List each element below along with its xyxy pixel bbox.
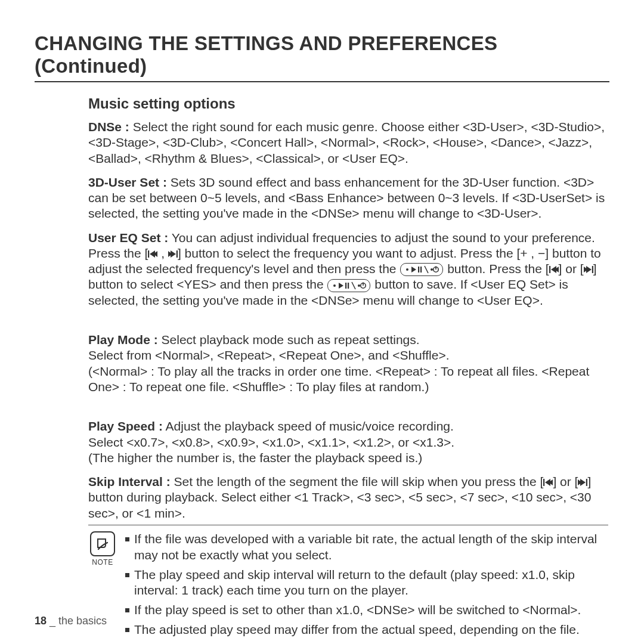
play-pause-power-button-icon xyxy=(327,279,370,292)
separator-rule xyxy=(88,525,608,525)
bullet-icon xyxy=(125,608,129,612)
text-play-mode: Select playback mode such as repeat sett… xyxy=(88,333,589,394)
label-play-speed: Play Speed : xyxy=(88,419,163,433)
text-user-eq-2: ] button to select the frequency you wan… xyxy=(178,246,520,260)
footer-sep: _ xyxy=(47,615,58,627)
svg-marker-32 xyxy=(580,479,586,486)
text-dnse: Select the right sound for each music ge… xyxy=(88,120,605,165)
manual-page: CHANGING THE SETTINGS AND PREFERENCES (C… xyxy=(0,0,644,644)
note-list: If the file was developed with a variabl… xyxy=(125,531,608,642)
next-track-icon xyxy=(578,478,587,487)
page-title: CHANGING THE SETTINGS AND PREFERENCES (C… xyxy=(35,32,609,78)
play-pause-power-button-icon xyxy=(400,263,443,276)
note-icon xyxy=(90,531,115,556)
para-3d-user-set: 3D-User Set : Sets 3D sound effect and b… xyxy=(88,175,608,222)
content: Music setting options DNSe : Select the … xyxy=(88,95,608,642)
para-skip-interval: Skip Interval : Set the length of the se… xyxy=(88,474,608,521)
svg-rect-9 xyxy=(420,267,422,273)
label-skip-interval: Skip Interval : xyxy=(88,475,171,488)
bullet-icon xyxy=(125,628,129,632)
svg-point-11 xyxy=(431,268,433,271)
note-label: NOTE xyxy=(88,558,117,566)
svg-rect-23 xyxy=(348,283,349,289)
para-dnse: DNSe : Select the right sound for each m… xyxy=(88,119,608,166)
text-user-eq-4: button. Press the [ xyxy=(444,262,549,275)
previous-track-icon xyxy=(543,478,553,487)
svg-rect-14 xyxy=(549,266,550,273)
label-user-eq-set: User EQ Set : xyxy=(88,231,168,244)
svg-line-10 xyxy=(425,266,428,273)
svg-rect-0 xyxy=(148,250,149,258)
svg-point-6 xyxy=(406,268,408,271)
svg-rect-28 xyxy=(543,479,544,486)
svg-marker-18 xyxy=(586,266,592,273)
bullet-icon xyxy=(125,573,129,577)
note-item: The adjusted play speed may differ from … xyxy=(125,622,608,638)
svg-line-24 xyxy=(352,282,355,289)
note-text: The play speed and skip interval will re… xyxy=(134,567,608,599)
note-text: If the file was developed with a variabl… xyxy=(134,531,608,564)
note-block: NOTE If the file was developed with a va… xyxy=(88,531,608,642)
label-dnse: DNSe : xyxy=(88,120,129,134)
bullet-icon xyxy=(125,537,129,541)
section-subtitle: Music setting options xyxy=(88,95,608,112)
sep-prev-next: , xyxy=(157,246,168,260)
next-track-icon xyxy=(584,265,593,274)
svg-point-25 xyxy=(358,284,360,287)
svg-marker-21 xyxy=(339,283,343,289)
para-user-eq-set: User EQ Set : You can adjust individual … xyxy=(88,230,608,308)
text-skip-or: ] or [ xyxy=(553,475,578,488)
svg-rect-22 xyxy=(345,283,346,289)
previous-track-icon xyxy=(148,250,157,258)
label-play-mode: Play Mode : xyxy=(88,333,158,346)
footer-section: the basics xyxy=(58,615,107,627)
title-rule xyxy=(35,81,609,82)
next-track-icon xyxy=(168,250,178,258)
text-skip-1: Set the length of the segment the file w… xyxy=(171,475,544,488)
para-play-speed: Play Speed : Adjust the playback speed o… xyxy=(88,403,608,466)
svg-rect-8 xyxy=(418,267,419,273)
note-item: If the file was developed with a variabl… xyxy=(125,531,608,564)
note-item: If the play speed is set to other than x… xyxy=(125,602,608,618)
page-number: 18 xyxy=(35,615,47,627)
svg-marker-7 xyxy=(411,267,416,273)
label-3d-user-set: 3D-User Set : xyxy=(88,175,167,189)
para-play-mode: Play Mode : Select playback mode such as… xyxy=(88,317,608,395)
note-text: If the play speed is set to other than x… xyxy=(134,602,581,618)
svg-point-20 xyxy=(333,284,336,287)
note-text: The adjusted play speed may differ from … xyxy=(134,622,580,638)
note-item: The play speed and skip interval will re… xyxy=(125,567,608,599)
text-user-eq-5: ] or [ xyxy=(559,262,584,275)
page-footer: 18 _ the basics xyxy=(35,615,107,627)
plus-minus: + , − xyxy=(520,246,545,260)
svg-marker-4 xyxy=(171,250,176,258)
previous-track-icon xyxy=(549,265,559,274)
